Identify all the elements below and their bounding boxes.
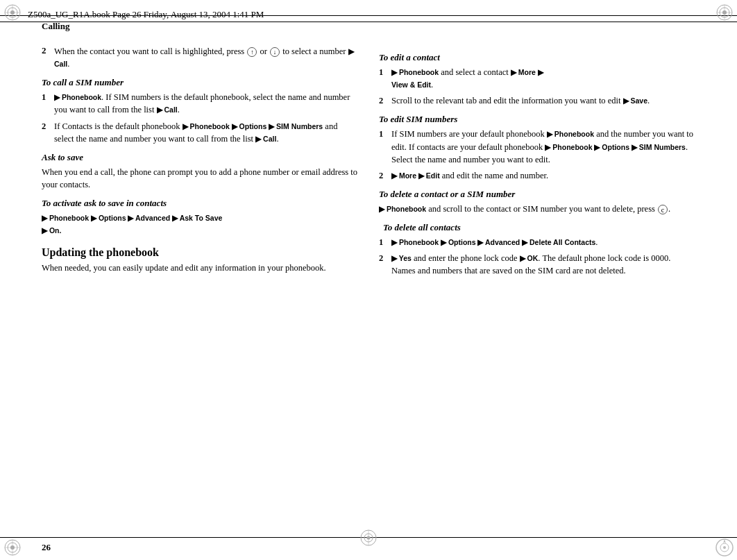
phonebook-ref2: ▶ Phonebook ▶ Options ▶ SIM Numbers <box>183 122 323 130</box>
to-activate-heading: To activate ask to save in contacts <box>42 198 358 209</box>
step-num: 1 <box>42 91 50 116</box>
book-info: Z500a_UG_R1A.book Page 26 Friday, August… <box>28 9 264 20</box>
clear-icon: c <box>658 205 668 214</box>
step-content: ▶ Phonebook ▶ Options ▶ Advanced ▶ Delet… <box>391 236 695 248</box>
phonebook-ref6: ▶ Phonebook <box>379 205 426 213</box>
step-content: ▶ Phonebook and select a contact ▶ More … <box>391 66 695 91</box>
delete-all-step1: 1 ▶ Phonebook ▶ Options ▶ Advanced ▶ Del… <box>379 236 695 248</box>
phonebook-ref5: ▶ Phonebook ▶ Options ▶ SIM Numbers <box>545 143 686 151</box>
step-content: Scroll to the relevant tab and edit the … <box>391 94 695 107</box>
corner-decoration-tl <box>3 3 22 22</box>
to-call-sim-heading: To call a SIM number <box>42 77 358 88</box>
header-bar: Z500a_UG_R1A.book Page 26 Friday, August… <box>0 7 737 22</box>
step-content: ▶ More ▶ Edit and edit the name and numb… <box>391 169 695 182</box>
to-edit-sim-heading: To edit SIM numbers <box>379 114 695 125</box>
call-sim-step2: 2 If Contacts is the default phonebook ▶… <box>42 120 358 145</box>
to-delete-all-heading: To delete all contacts <box>383 222 695 233</box>
activate-ref: ▶ Phonebook ▶ Options ▶ Advanced ▶ Ask T… <box>42 214 222 222</box>
phonebook-ref: ▶ Phonebook <box>54 93 101 101</box>
ask-to-save-text: When you end a call, the phone can promp… <box>42 166 358 191</box>
on-ref: ▶ On. <box>42 226 61 235</box>
step-content: ▶ Phonebook. If SIM numbers is the defau… <box>54 91 358 116</box>
edit-contact-list: 1 ▶ Phonebook and select a contact ▶ Mor… <box>379 66 695 107</box>
step-num: 2 <box>379 252 387 277</box>
step2-text: When the contact you want to call is hig… <box>54 45 358 70</box>
step-content: If Contacts is the default phonebook ▶ P… <box>54 120 358 145</box>
step-num: 2 <box>42 120 50 145</box>
page-container: Z500a_UG_R1A.book Page 26 Friday, August… <box>0 0 737 560</box>
corner-decoration-br <box>715 538 734 557</box>
phonebook-ref4: ▶ Phonebook <box>547 130 594 138</box>
call-ref3: ▶ Call <box>255 135 276 143</box>
to-activate-text: ▶ Phonebook ▶ Options ▶ Advanced ▶ Ask T… <box>42 212 358 237</box>
call-ref: ▶ Call <box>54 47 354 68</box>
to-delete-contact-heading: To delete a contact or a SIM number <box>379 189 695 200</box>
step-num: 2 <box>379 94 387 107</box>
page-number: 26 <box>42 542 51 553</box>
call-sim-step1: 1 ▶ Phonebook. If SIM numbers is the def… <box>42 91 358 116</box>
step-content: ▶ Yes and enter the phone lock code ▶ OK… <box>391 252 695 277</box>
edit-contact-step1: 1 ▶ Phonebook and select a contact ▶ Mor… <box>379 66 695 91</box>
phonebook-ref3: ▶ Phonebook <box>391 68 439 76</box>
updating-heading: Updating the phonebook <box>42 246 358 259</box>
edit-sim-step2: 2 ▶ More ▶ Edit and edit the name and nu… <box>379 169 695 182</box>
edit-contact-step2: 2 Scroll to the relevant tab and edit th… <box>379 94 695 107</box>
delete-all-list: 1 ▶ Phonebook ▶ Options ▶ Advanced ▶ Del… <box>379 236 695 277</box>
bottom-center-decoration <box>359 528 378 550</box>
corner-decoration-bl <box>3 538 22 557</box>
step-num: 1 <box>379 128 387 165</box>
nav-up-icon: ↑ <box>247 47 257 57</box>
step2-item: 2 When the contact you want to call is h… <box>42 45 358 70</box>
delete-all-ref: ▶ Phonebook ▶ Options ▶ Advanced ▶ Delet… <box>391 238 595 246</box>
ask-to-save-heading: Ask to save <box>42 152 358 163</box>
step-content: If SIM numbers are your default phoneboo… <box>391 128 695 165</box>
ok-ref: ▶ OK <box>520 254 539 262</box>
more-ref: ▶ More ▶ <box>511 68 543 76</box>
delete-all-step2: 2 ▶ Yes and enter the phone lock code ▶ … <box>379 252 695 277</box>
corner-decoration-tr <box>715 3 734 22</box>
updating-text: When needed, you can easily update and e… <box>42 262 358 274</box>
nav-down-icon: ↓ <box>270 47 280 57</box>
save-ref: ▶ Save <box>623 96 647 105</box>
main-content: 2 When the contact you want to call is h… <box>42 38 695 532</box>
step-num: 2 <box>379 169 387 182</box>
view-edit-ref: View & Edit <box>391 80 431 89</box>
calling-heading: Calling <box>42 21 69 32</box>
edit-sim-list: 1 If SIM numbers are your default phoneb… <box>379 128 695 182</box>
step-num: 1 <box>379 66 387 91</box>
more-edit-ref: ▶ More ▶ Edit <box>391 171 440 180</box>
call-sim-list: 1 ▶ Phonebook. If SIM numbers is the def… <box>42 91 358 145</box>
to-delete-contact-text: ▶ Phonebook and scroll to the contact or… <box>379 203 695 215</box>
to-edit-contact-heading: To edit a contact <box>379 52 695 63</box>
right-column: To edit a contact 1 ▶ Phonebook and sele… <box>379 38 695 532</box>
step-num: 1 <box>379 236 387 248</box>
yes-ref: ▶ Yes <box>391 254 412 262</box>
left-column: 2 When the contact you want to call is h… <box>42 38 358 532</box>
step2-num: 2 <box>42 45 50 70</box>
edit-sim-step1: 1 If SIM numbers are your default phoneb… <box>379 128 695 165</box>
svg-point-17 <box>723 546 726 549</box>
call-ref2: ▶ Call <box>157 105 178 114</box>
